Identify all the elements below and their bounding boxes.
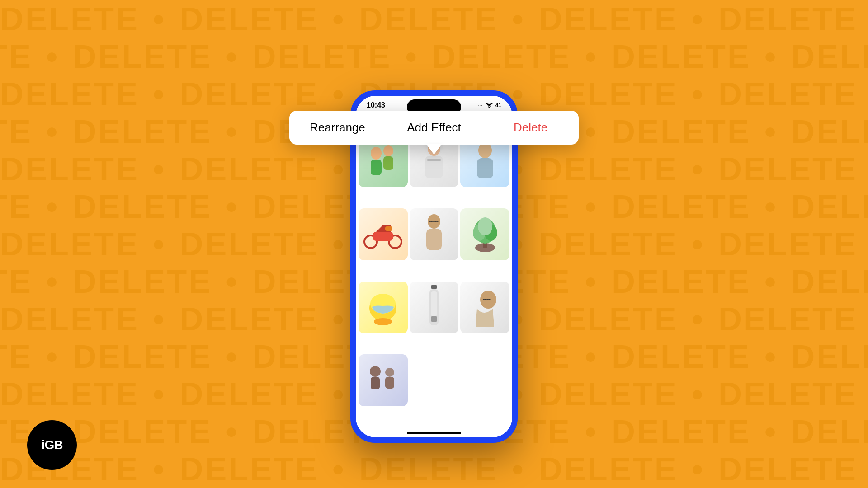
status-icons: ··· 41 [477,102,501,109]
ellipsis-icon: ··· [477,102,483,109]
phone-wrapper: Rearrange Add Effect Delete 10:43 ··· [350,45,518,443]
svg-point-33 [478,217,492,235]
home-indicator [356,428,512,437]
stickers-grid [356,132,512,428]
sticker-figures[interactable] [359,354,408,406]
svg-point-36 [374,318,392,325]
svg-rect-18 [427,159,441,161]
sticker-helmet[interactable] [359,282,408,333]
sticker-moto[interactable] [359,208,408,260]
svg-point-12 [371,147,382,160]
svg-rect-44 [371,377,380,389]
igb-logo: iGB [27,420,77,470]
sticker-empty-1 [410,354,459,406]
svg-rect-46 [385,377,394,389]
home-bar [407,432,461,434]
svg-rect-20 [477,158,493,178]
context-menu: Rearrange Add Effect Delete [289,111,579,145]
svg-rect-15 [383,156,393,170]
svg-rect-13 [371,160,382,175]
wifi-icon [486,102,493,109]
sticker-bottle[interactable] [410,282,459,333]
svg-point-45 [385,368,394,377]
igb-logo-text: iGB [42,438,63,452]
svg-rect-27 [426,229,442,250]
svg-point-19 [478,143,492,158]
svg-rect-40 [431,316,437,322]
add-effect-button[interactable]: Add Effect [386,111,482,145]
svg-point-0 [488,107,490,108]
svg-rect-24 [385,226,392,231]
svg-point-43 [370,366,381,377]
svg-rect-37 [431,285,437,289]
svg-point-41 [480,291,496,309]
svg-rect-23 [373,232,393,241]
delete-button[interactable]: Delete [482,111,579,145]
svg-rect-39 [431,291,437,316]
svg-point-14 [383,145,393,156]
sticker-plant[interactable] [460,208,509,260]
status-time: 10:43 [367,101,385,109]
status-bar: 10:43 ··· 41 [356,96,512,112]
sticker-empty-2 [460,354,509,406]
battery-icon: 41 [495,102,501,108]
rearrange-button[interactable]: Rearrange [289,111,386,145]
sticker-person5[interactable] [460,282,509,333]
sticker-person4[interactable] [410,208,459,260]
